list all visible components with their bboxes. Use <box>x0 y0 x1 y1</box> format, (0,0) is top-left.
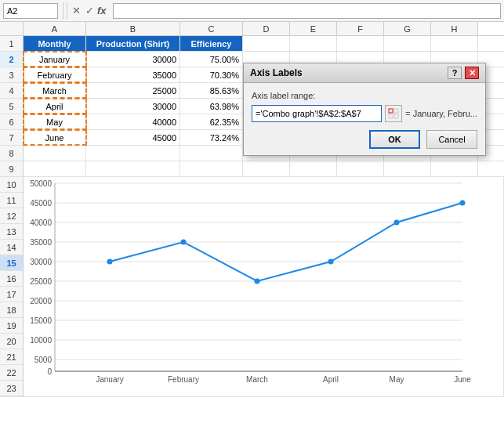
svg-rect-23 <box>389 109 393 113</box>
cell-c3[interactable]: 70.30% <box>180 67 243 82</box>
col-header-b[interactable]: B <box>86 22 180 35</box>
row-number: 6 <box>0 114 24 129</box>
dialog-ok-button[interactable]: OK <box>369 130 420 149</box>
cell-a6[interactable]: May <box>24 114 86 129</box>
cell-b6[interactable]: 40000 <box>86 114 180 129</box>
row-num-10: 10 <box>0 177 23 193</box>
cancel-formula-icon[interactable]: ✕ <box>72 5 81 16</box>
col-header-g[interactable]: G <box>384 22 431 35</box>
axis-label-range-label: Axis label range: <box>252 91 477 100</box>
chart-point <box>460 201 466 206</box>
svg-text:5000: 5000 <box>34 356 53 364</box>
svg-rect-26 <box>394 114 398 118</box>
chart-point <box>107 259 113 265</box>
dialog-cancel-button[interactable]: Cancel <box>426 130 477 149</box>
formula-bar-divider <box>63 2 67 20</box>
cell-e1[interactable] <box>290 36 337 51</box>
x-label-june: June <box>454 375 471 384</box>
cell-a4[interactable]: March <box>24 83 86 98</box>
svg-rect-25 <box>389 114 393 118</box>
line-chart: 50000 45000 40000 35000 30000 25000 2000… <box>24 177 478 388</box>
cell-h1[interactable] <box>431 36 478 51</box>
dialog-title-icons: ? ✕ <box>448 67 479 79</box>
chart-container-wrapper: 10 11 12 13 14 15 16 17 18 19 20 21 22 2… <box>0 177 504 397</box>
svg-text:25000: 25000 <box>30 277 52 286</box>
cell-b5[interactable]: 30000 <box>86 99 180 114</box>
row-number: 4 <box>0 83 24 98</box>
cell-a7[interactable]: June <box>24 130 86 145</box>
cell-f1[interactable] <box>337 36 384 51</box>
row-number: 9 <box>0 161 24 176</box>
formula-bar: ✕ ✓ fx <box>0 0 504 22</box>
cell-c8[interactable] <box>180 146 243 161</box>
cell-b2[interactable]: 30000 <box>86 52 180 67</box>
fx-label: fx <box>97 5 107 16</box>
cell-c2[interactable]: 75.00% <box>180 52 243 67</box>
row-number: 5 <box>0 99 24 114</box>
x-label-march: March <box>246 375 268 384</box>
column-headers-row: A B C D E F G H <box>0 22 504 36</box>
corner-cell <box>0 22 24 35</box>
cell-g1[interactable] <box>384 36 431 51</box>
cell-a3[interactable]: February <box>24 67 86 82</box>
axis-labels-dialog: Axis Labels ? ✕ Axis label range: = Janu… <box>243 63 486 156</box>
svg-rect-24 <box>394 109 398 113</box>
cell-c5[interactable]: 63.98% <box>180 99 243 114</box>
col-header-c[interactable]: C <box>180 22 243 35</box>
row-number: 3 <box>0 67 24 82</box>
dialog-close-button[interactable]: ✕ <box>465 67 479 79</box>
cell-c4[interactable]: 85.63% <box>180 83 243 98</box>
dialog-help-button[interactable]: ? <box>448 67 462 79</box>
svg-text:30000: 30000 <box>30 258 52 266</box>
svg-text:35000: 35000 <box>30 238 52 247</box>
cell-reference-box[interactable] <box>3 3 58 19</box>
svg-text:50000: 50000 <box>30 179 52 188</box>
col-header-a[interactable]: A <box>24 22 86 35</box>
axis-range-input[interactable] <box>252 105 382 122</box>
chart-area: 50000 45000 40000 35000 30000 25000 2000… <box>24 177 504 396</box>
col-header-h[interactable]: H <box>431 22 478 35</box>
table-row: 9 <box>0 161 504 177</box>
row-number: 2 <box>0 52 24 67</box>
col-header-d[interactable]: D <box>243 22 290 35</box>
cell-a5[interactable]: April <box>24 99 86 114</box>
x-label-may: May <box>390 375 404 384</box>
cell-b7[interactable]: 45000 <box>86 130 180 145</box>
x-label-february: February <box>168 375 199 384</box>
header-efficiency[interactable]: Efficiency <box>180 36 243 51</box>
dialog-body: Axis label range: = January, Febru... OK… <box>244 83 485 155</box>
chart-point <box>255 279 260 284</box>
formula-input[interactable] <box>113 3 501 19</box>
range-result-text: = January, Febru... <box>405 109 477 118</box>
svg-text:0: 0 <box>47 367 52 376</box>
header-monthly[interactable]: Monthly <box>24 36 86 51</box>
cell-a2[interactable]: January <box>24 52 86 67</box>
dialog-title-bar: Axis Labels ? ✕ <box>244 63 485 83</box>
svg-text:10000: 10000 <box>30 336 52 345</box>
chart-point <box>394 220 400 226</box>
cell-c7[interactable]: 73.24% <box>180 130 243 145</box>
formula-bar-icons: ✕ ✓ <box>72 5 94 16</box>
dialog-buttons: OK Cancel <box>252 130 477 149</box>
col-header-e[interactable]: E <box>290 22 337 35</box>
range-selector-button[interactable] <box>385 105 402 122</box>
cell-b4[interactable]: 25000 <box>86 83 180 98</box>
table-row: 1 Monthly Production (Shirt) Efficiency <box>0 36 504 52</box>
svg-text:40000: 40000 <box>30 219 52 227</box>
col-header-f[interactable]: F <box>337 22 384 35</box>
cell-c6[interactable]: 62.35% <box>180 114 243 129</box>
range-selector-icon <box>388 108 399 119</box>
cell-a8[interactable] <box>24 146 86 161</box>
x-label-january: January <box>96 375 124 384</box>
chart-row-numbers: 10 11 12 13 14 15 16 17 18 19 20 21 22 2… <box>0 177 24 396</box>
svg-text:45000: 45000 <box>30 199 52 208</box>
row-number: 7 <box>0 130 24 145</box>
chart-point <box>181 240 187 245</box>
dialog-title: Axis Labels <box>250 67 303 78</box>
header-production[interactable]: Production (Shirt) <box>86 36 180 51</box>
cell-b3[interactable]: 35000 <box>86 67 180 82</box>
svg-text:20000: 20000 <box>30 297 52 305</box>
cell-d1[interactable] <box>243 36 290 51</box>
confirm-formula-icon[interactable]: ✓ <box>85 5 94 16</box>
cell-b8[interactable] <box>86 146 180 161</box>
